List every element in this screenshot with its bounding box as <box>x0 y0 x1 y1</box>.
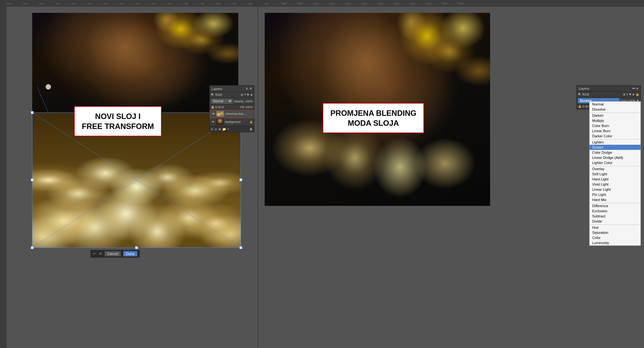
panel-close-icon[interactable]: ✕ <box>249 87 252 91</box>
blend-item-screen[interactable]: Screen <box>590 145 640 150</box>
folder-icon[interactable]: 📁 <box>222 127 226 131</box>
panel-right-header-icons: ◂◂ ≡ <box>632 87 639 90</box>
right-label-box: PROMJENA BLENDING MODA SLOJA <box>323 103 424 133</box>
layer-tool-2[interactable]: ⊞ <box>218 105 221 109</box>
visibility-icon-bg[interactable]: 👁 <box>211 120 215 124</box>
delete-layer-icon[interactable]: 🗑 <box>250 127 253 131</box>
svg-text:1000: 1000 <box>281 2 287 5</box>
blend-item-difference[interactable]: Difference <box>590 203 640 208</box>
layers-filter-row: 🔍 Kind ⊞ T ⚑ ★ <box>211 93 253 96</box>
lock-icon: 🔒 <box>211 105 214 109</box>
layer-tool-3[interactable]: ⊟ <box>222 105 224 109</box>
opacity-label: Opacity: <box>234 100 244 103</box>
layer-thumb-bg <box>216 119 224 125</box>
left-canvas-panel: NOVI SLOJ I FREE TRANSFORM ⊢ ✕ Cancel Do… <box>6 6 258 348</box>
svg-text:1400: 1400 <box>410 2 415 5</box>
layers-title: Layers <box>212 87 222 91</box>
blend-item-hardmix[interactable]: Hard Mix <box>590 197 640 202</box>
blend-item-linearburn[interactable]: Linear Burn <box>590 128 640 133</box>
layer-tool-1[interactable]: ⊡ <box>215 105 218 109</box>
blend-item-colordodge[interactable]: Color Dodge <box>590 150 640 155</box>
svg-text:1100: 1100 <box>313 2 319 5</box>
panel-right-collapse-icon[interactable]: ◂◂ <box>632 87 635 90</box>
blend-item-overlay[interactable]: Overlay <box>590 166 640 171</box>
svg-text:150: 150 <box>7 2 12 5</box>
blend-item-vividlight[interactable]: Vivid Light <box>590 182 640 187</box>
kind-label: Kind <box>215 93 222 96</box>
svg-text:800: 800 <box>216 2 221 5</box>
tools-right-2[interactable]: ⊞ <box>585 105 588 108</box>
add-layer-icon[interactable]: + <box>227 127 229 131</box>
adjustment-icon[interactable]: ⊕ <box>218 127 221 131</box>
svg-text:200: 200 <box>23 2 28 5</box>
blend-item-colorburn[interactable]: Color Burn <box>590 123 640 128</box>
blend-mode-dropdown[interactable]: Normal Dissolve Darken Multiply Color Bu… <box>589 101 641 246</box>
transform-icon-1: ⊢ <box>93 252 96 256</box>
layer-item-background[interactable]: 👁 Background 🔒 <box>210 118 254 126</box>
svg-text:1500: 1500 <box>442 2 448 5</box>
layers-right-search: 🔍 Kind ⊞ T ⚑ ★ 🔒 <box>577 92 640 97</box>
layer-thumb-bokeh <box>216 111 224 117</box>
fx-button[interactable]: fx <box>211 128 213 131</box>
panel-right-close-icon[interactable]: ≡ <box>637 87 639 90</box>
svg-text:400: 400 <box>88 2 92 5</box>
svg-text:1150: 1150 <box>329 2 335 5</box>
blend-item-darken[interactable]: Darken <box>590 113 640 118</box>
add-mask-icon[interactable]: ⊙ <box>214 127 217 131</box>
layers-title-right: Layers <box>579 87 589 90</box>
svg-text:950: 950 <box>265 2 269 5</box>
blend-item-subtract[interactable]: Subtract <box>590 214 640 219</box>
blend-item-saturation[interactable]: Saturation <box>590 230 640 235</box>
lock-icon-right: 🔒 <box>578 105 582 108</box>
fill-label: Fill: <box>240 105 245 109</box>
blend-mode-row: Normal Opacity: 100% <box>210 98 254 105</box>
fill-value: 100% <box>245 105 253 109</box>
svg-text:1350: 1350 <box>393 2 399 5</box>
blend-item-softlight[interactable]: Soft Light <box>590 171 640 177</box>
opacity-value: 100% <box>245 100 253 103</box>
layers-panel-left: Layers ≡ ✕ 🔍 Kind ⊞ T ⚑ ★ Normal Op <box>209 85 254 132</box>
svg-text:600: 600 <box>152 2 156 5</box>
ruler-top: 150200250 300350400 450500550 600650700 … <box>0 0 644 6</box>
svg-text:900: 900 <box>249 2 253 5</box>
blend-item-color[interactable]: Color <box>590 235 640 240</box>
layer-item-bokeh[interactable]: 👁 christmas-bac-...bokhe-lights <box>210 110 254 118</box>
blend-item-luminosity[interactable]: Luminosity <box>590 240 640 245</box>
blend-item-divide[interactable]: Divide <box>590 219 640 224</box>
layer-name-bokeh: christmas-bac-...bokhe-lights <box>225 112 248 115</box>
filter-icons-right: ⊞ T ⚑ ★ 🔒 <box>623 93 639 96</box>
blend-item-exclusion[interactable]: Exclusion <box>590 208 640 214</box>
svg-text:450: 450 <box>104 2 108 5</box>
svg-text:1550: 1550 <box>458 2 464 5</box>
tools-right-1[interactable]: ⊡ <box>582 105 585 108</box>
blend-item-lightercolor[interactable]: Lighter Color <box>590 160 640 165</box>
cancel-button[interactable]: Cancel <box>105 251 121 256</box>
right-canvas-panel: PROMJENA BLENDING MODA SLOJA Layers ◂◂ ≡… <box>258 6 644 348</box>
ruler-corner <box>0 0 6 6</box>
done-button[interactable]: Done <box>123 251 137 256</box>
svg-text:1050: 1050 <box>297 2 303 5</box>
blend-item-dissolve[interactable]: Dissolve <box>590 107 640 112</box>
search-icon-right: 🔍 <box>578 93 582 96</box>
visibility-icon-bokeh[interactable]: 👁 <box>211 112 215 116</box>
kind-label-right: Kind <box>582 93 589 96</box>
blend-item-lighten[interactable]: Lighten <box>590 139 640 145</box>
svg-text:1200: 1200 <box>345 2 351 5</box>
blend-mode-select[interactable]: Normal <box>211 98 233 104</box>
blend-item-multiply[interactable]: Multiply <box>590 118 640 123</box>
blend-item-hue[interactable]: Hue <box>590 224 640 230</box>
layers-panel-right-header: Layers ◂◂ ≡ <box>577 86 640 92</box>
svg-text:350: 350 <box>71 2 76 5</box>
blend-item-linearlight[interactable]: Linear Light <box>590 187 640 192</box>
layers-search-bar: 🔍 Kind ⊞ T ⚑ ★ <box>210 92 254 98</box>
blend-item-darkercolor[interactable]: Darker Color <box>590 133 640 139</box>
blend-item-normal[interactable]: Normal <box>590 102 640 107</box>
blend-item-lineardodge[interactable]: Linear Dodge (Add) <box>590 155 640 160</box>
svg-text:1250: 1250 <box>361 2 367 5</box>
blend-item-pinlight[interactable]: Pin Light <box>590 192 640 197</box>
panel-collapse-icon[interactable]: ≡ <box>246 87 248 91</box>
blend-item-hardlight[interactable]: Hard Light <box>590 177 640 182</box>
ruler-marks: 150200250 300350400 450500550 600650700 … <box>6 0 644 6</box>
transform-toolbar[interactable]: ⊢ ✕ Cancel Done <box>90 250 140 258</box>
svg-text:1450: 1450 <box>426 2 431 5</box>
